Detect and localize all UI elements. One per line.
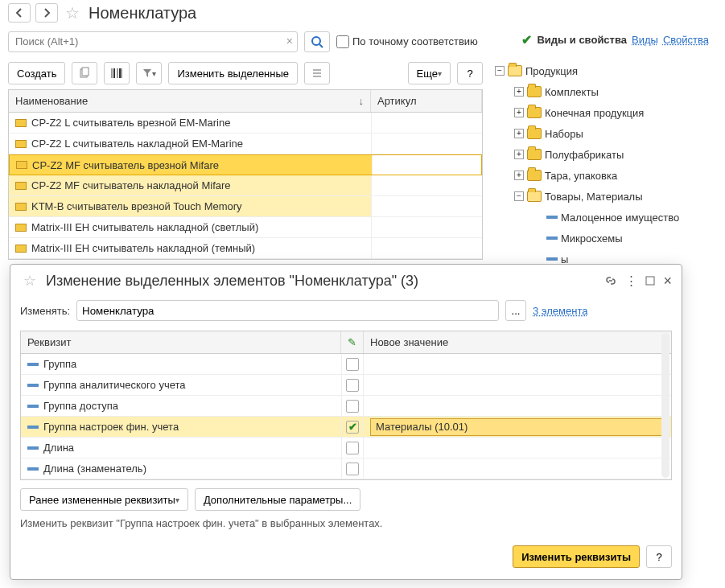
toolbar: Создать Изменить выделенные Еще ? [8,57,483,89]
apply-button[interactable]: Изменить реквизиты [513,545,640,568]
tree-root[interactable]: − Продукция [492,60,717,81]
tree-node[interactable]: Малоценное имущество [492,207,717,228]
dialog-thead: Реквизит ✎ Новое значение [21,331,671,354]
tree-toggle-icon[interactable]: + [514,171,524,180]
checkbox-icon[interactable] [346,463,359,475]
table-row[interactable]: CP-Z2 MF считыватель врезной Mifare [9,154,482,175]
list-button[interactable] [304,62,330,84]
types-link[interactable]: Виды [632,34,658,46]
tree-toggle-icon[interactable]: − [495,66,505,76]
close-icon[interactable]: × [663,273,672,290]
svg-line-1 [319,44,323,47]
copy-button[interactable] [72,62,97,84]
search-row: × По точному соответствию ✔ Виды и свойс… [0,26,725,57]
tree-toggle-icon[interactable]: + [514,87,524,97]
tree-toggle-icon[interactable]: + [514,150,524,159]
tree-node[interactable]: Микросхемы [492,228,717,249]
tree-label: Конечная продукция [545,107,644,119]
create-button[interactable]: Создать [8,62,65,84]
help-button[interactable]: ? [457,62,483,84]
dialog-row[interactable]: Группа [21,354,671,375]
magnifier-icon [311,35,323,48]
checkbox-icon[interactable] [346,400,359,413]
dialog-row[interactable]: Длина (знаменатель) [21,458,671,479]
dialog-help-button[interactable]: ? [646,545,672,568]
filter-button[interactable] [136,62,162,84]
search-clear-icon[interactable]: × [286,35,293,47]
dialog-row[interactable]: Группа доступа [21,396,671,417]
dialog-row[interactable]: Длина [21,438,671,458]
checkbox-icon[interactable] [346,379,359,392]
favorite-star-icon[interactable]: ☆ [20,271,39,290]
exact-match-checkbox[interactable]: По точному соответствию [336,35,478,48]
tree-toggle-icon[interactable]: + [514,108,524,117]
dialog-header: ☆ Изменение выделенных элементов "Номенк… [10,265,682,297]
dialog-table: Реквизит ✎ Новое значение ГруппаГруппа а… [20,331,672,480]
dialog-row[interactable]: Группа настроек фин. учета✔Материалы (10… [21,417,671,438]
change-input[interactable] [76,300,499,321]
col-article[interactable]: Артикул [371,90,482,112]
menu-dots-icon[interactable]: ⋮ [625,273,637,288]
checkbox-icon[interactable]: ✔ [346,421,359,434]
search-button[interactable] [304,31,330,52]
count-link[interactable]: 3 элемента [533,305,587,317]
property-icon [27,446,39,450]
change-more-button[interactable]: ... [505,300,526,321]
svg-point-0 [312,37,320,45]
edit-selected-button[interactable]: Изменить выделенные [168,62,298,84]
table-row[interactable]: CP-Z2 L считыватель врезной EM-Marine [9,113,482,134]
svg-rect-3 [82,68,89,76]
props-link[interactable]: Свойства [663,34,709,46]
table-row[interactable]: Matrix-III EH считыватель накладной (све… [9,217,482,238]
property-icon [27,426,39,429]
tree-node[interactable]: +Конечная продукция [492,102,717,123]
link-icon[interactable] [604,274,617,287]
row-article [371,217,482,237]
item-icon [15,203,27,211]
tree-node[interactable]: −Товары, Материалы [492,186,717,207]
col-name[interactable]: Наименование↓ [9,90,371,112]
tree-node[interactable]: +Комплекты [492,81,717,102]
leaf-icon [546,216,558,219]
property-icon [27,405,39,408]
tree-node[interactable]: +Тара, упаковка [492,165,717,186]
property-icon [27,363,39,366]
new-value-cell[interactable]: Материалы (10.01) [370,418,665,436]
more-button[interactable]: Еще [408,62,451,84]
row-name: CP-Z2 MF считыватель врезной Mifare [32,159,219,171]
prop-label: Группа [43,358,76,370]
favorite-star-icon[interactable]: ☆ [63,3,82,23]
table-row[interactable]: Matrix-III EH считыватель накладной (тем… [9,238,482,259]
row-name: KTM-B считыватель врезной Touch Memory [31,200,242,212]
dialog-row[interactable]: Группа аналитического учета [21,375,671,396]
dialog-hint: Изменить реквизит "Группа настроек фин. … [10,514,682,539]
search-input[interactable] [8,31,298,52]
tree-node[interactable]: +Наборы [492,123,717,144]
folder-icon [527,107,542,118]
prev-changed-button[interactable]: Ранее измененные реквизиты [20,488,188,511]
tree-toggle-icon[interactable]: + [514,129,524,138]
col-newvalue[interactable]: Новое значение [364,331,671,353]
barcode-button[interactable] [104,62,130,84]
maximize-icon[interactable] [645,276,655,286]
prop-label: Группа настроек фин. учета [43,421,179,433]
checkbox-icon[interactable] [346,358,359,371]
folder-icon [508,65,522,76]
extra-params-button[interactable]: Дополнительные параметры... [195,488,360,511]
tree-node[interactable]: +Полуфабрикаты [492,144,717,165]
checkbox-icon[interactable] [346,442,359,454]
leaf-icon [546,236,558,240]
table-row[interactable]: CP-Z2 L считыватель накладной EM-Marine [9,134,482,154]
prop-label: Длина [43,442,74,454]
col-edit: ✎ [341,331,364,353]
scrollbar[interactable] [661,333,669,478]
item-icon [15,224,27,232]
tree-toggle-icon[interactable]: − [514,191,524,201]
nav-forward-button[interactable] [35,3,58,23]
nav-back-button[interactable] [8,3,31,23]
row-name: CP-Z2 L считыватель врезной EM-Marine [31,117,230,129]
col-requisite[interactable]: Реквизит [21,331,341,353]
property-icon [27,384,39,387]
table-row[interactable]: CP-Z2 MF считыватель накладной Mifare [9,175,482,196]
table-row[interactable]: KTM-B считыватель врезной Touch Memory [9,196,482,217]
